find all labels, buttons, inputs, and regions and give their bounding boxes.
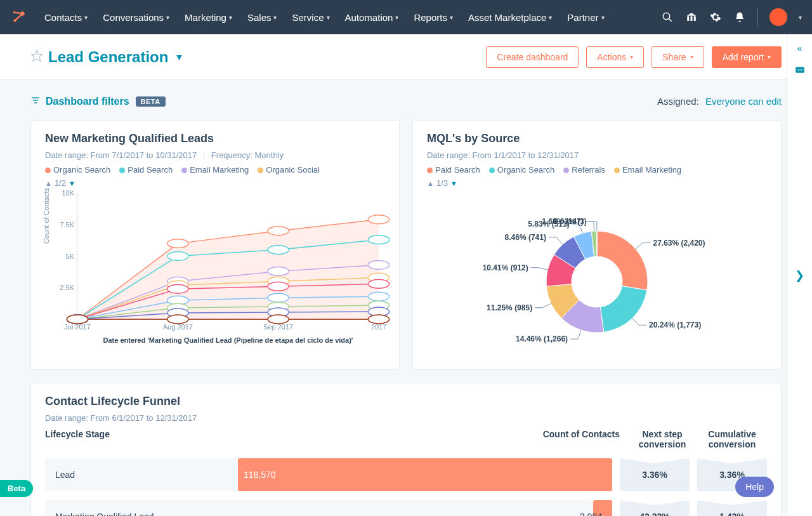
x-tick: Jul 2017	[64, 323, 91, 331]
svg-point-52	[799, 69, 801, 70]
top-nav: Contacts▾Conversations▾Marketing▾Sales▾S…	[0, 0, 812, 34]
search-icon[interactable]	[661, 11, 674, 23]
legend-item[interactable]: Paid Search	[427, 165, 480, 175]
page-header: Lead Generation ▼ Create dashboard Actio…	[0, 34, 812, 80]
share-label: Share	[662, 52, 686, 62]
svg-point-33	[368, 279, 389, 288]
chart-subtitle: Date range: From 7/1/2017 to 10/31/2017 …	[45, 150, 385, 160]
pager-text: 1/2	[55, 178, 66, 188]
svg-point-5	[663, 13, 670, 20]
frequency: Frequency: Monthly	[211, 150, 284, 160]
y-axis-label: Count of Contacts	[43, 188, 50, 244]
filter-icon[interactable]	[30, 95, 41, 107]
line-plot: 02.5K5K7.5K10KJul 2017Aug 2017Sep 2017Oc…	[77, 193, 379, 320]
nav-item-automation[interactable]: Automation▾	[339, 7, 405, 28]
svg-point-36	[268, 293, 289, 302]
nav-item-asset-marketplace[interactable]: Asset Marketplace▾	[462, 7, 558, 28]
pager-text: 1/3	[436, 178, 448, 188]
svg-point-19	[167, 252, 188, 261]
legend-pager: ▲ 1/3 ▼	[427, 178, 767, 188]
donut-chart-card: MQL's by Source Date range: From 1/1/201…	[412, 120, 782, 370]
svg-point-51	[797, 69, 799, 70]
collapse-rail-icon[interactable]: «	[797, 43, 802, 53]
legend-item[interactable]: Email Marketing	[614, 165, 681, 175]
funnel-row: Lead118,5703.36%3.36%	[45, 458, 767, 491]
legend-item[interactable]: Organic Search	[489, 165, 554, 175]
chart-legend: Organic SearchPaid SearchEmail Marketing…	[45, 165, 385, 175]
legend-item[interactable]: Email Marketing	[181, 165, 249, 175]
gear-icon[interactable]	[709, 11, 722, 23]
svg-point-25	[368, 260, 389, 269]
donut-label: 0.03% (3)	[554, 217, 587, 226]
pager-next-icon[interactable]: ▼	[450, 180, 457, 187]
nav-item-contacts[interactable]: Contacts▾	[38, 7, 94, 28]
pager-prev-icon[interactable]: ▲	[427, 180, 434, 187]
svg-point-49	[368, 315, 389, 324]
hubspot-logo-icon[interactable]	[10, 8, 28, 26]
donut-slice[interactable]	[597, 231, 648, 290]
dashboard-body: Dashboard filters BETA Assigned: Everyon…	[0, 80, 812, 516]
actions-button[interactable]: Actions▾	[586, 46, 644, 68]
assigned-block: Assigned: Everyone can edit	[657, 96, 782, 107]
nav-item-reports[interactable]: Reports▾	[407, 7, 459, 28]
legend-item[interactable]: Paid Search	[119, 165, 173, 175]
chart-legend: Paid SearchOrganic SearchReferralsEmail …	[427, 165, 767, 175]
svg-point-32	[268, 282, 289, 291]
cumulative-conversion: 1.42%	[697, 500, 767, 516]
add-report-button[interactable]: Add report▾	[712, 46, 782, 68]
comments-icon[interactable]	[794, 65, 806, 78]
expand-rail-icon[interactable]: ❯	[795, 268, 804, 282]
legend-item[interactable]: Organic Search	[45, 165, 110, 175]
share-button[interactable]: Share▾	[652, 46, 704, 68]
funnel-stage-label: Lead	[45, 470, 75, 480]
assigned-link[interactable]: Everyone can edit	[705, 96, 782, 107]
svg-point-37	[368, 292, 389, 301]
funnel-card: Contact Lifecycle Funnel Date range: Fro…	[30, 383, 782, 516]
funnel-count: 3,984	[580, 512, 612, 516]
nav-item-conversations[interactable]: Conversations▾	[96, 7, 176, 28]
next-conversion: 42.22%	[620, 500, 690, 516]
dashboard-switcher-icon[interactable]: ▼	[174, 52, 183, 62]
svg-point-21	[368, 235, 389, 244]
line-chart-area: Count of Contacts 02.5K5K7.5K10KJul 2017…	[45, 193, 385, 345]
x-tick: Sep 2017	[263, 323, 293, 331]
assigned-label: Assigned:	[657, 96, 699, 107]
actions-label: Actions	[597, 52, 626, 62]
nav-item-partner[interactable]: Partner▾	[561, 7, 610, 28]
beta-pill[interactable]: Beta	[0, 480, 33, 497]
pager-prev-icon[interactable]: ▲	[45, 180, 52, 187]
help-pill[interactable]: Help	[735, 477, 774, 497]
donut-label: 20.24% (1,773)	[649, 321, 701, 329]
svg-marker-10	[32, 51, 43, 62]
chart-title: Contact Lifecycle Funnel	[45, 395, 767, 408]
beta-badge: BETA	[136, 96, 166, 107]
funnel-header: Lifecycle Stage Count of Contacts Next s…	[45, 429, 767, 449]
nav-item-sales[interactable]: Sales▾	[241, 7, 284, 28]
nav-item-marketing[interactable]: Marketing▾	[178, 7, 239, 28]
svg-point-31	[167, 284, 188, 293]
bell-icon[interactable]	[733, 11, 746, 23]
donut-label: 11.25% (985)	[487, 303, 532, 312]
svg-line-6	[669, 18, 672, 22]
create-dashboard-button[interactable]: Create dashboard	[486, 46, 579, 68]
avatar[interactable]	[769, 8, 787, 26]
nav-item-service[interactable]: Service▾	[285, 7, 336, 28]
line-chart-card: New Marketing Qualified Leads Date range…	[30, 120, 400, 370]
account-menu-chevron-icon[interactable]: ▾	[799, 14, 802, 21]
donut-label: 14.46% (1,266)	[516, 334, 568, 343]
chart-subtitle: Date range: From 1/1/2017 to 12/31/2017	[427, 150, 767, 160]
col-cum: Cumulative conversion	[697, 429, 767, 449]
funnel-count: 118,570	[244, 470, 286, 480]
y-tick: 5K	[52, 253, 74, 260]
marketplace-icon[interactable]	[685, 11, 698, 23]
svg-line-3	[15, 14, 23, 21]
legend-item[interactable]: Organic Social	[258, 165, 320, 175]
next-conversion: 3.36%	[620, 458, 690, 491]
pager-next-icon[interactable]: ▼	[69, 180, 75, 187]
favorite-star-icon[interactable]	[30, 50, 43, 64]
svg-point-16	[268, 227, 289, 235]
filters-row: Dashboard filters BETA Assigned: Everyon…	[30, 95, 782, 107]
legend-item[interactable]: Referrals	[563, 165, 605, 175]
dashboard-filters-link[interactable]: Dashboard filters	[46, 96, 129, 107]
date-range: Date range: From 7/1/2017 to 10/31/2017	[45, 150, 197, 160]
